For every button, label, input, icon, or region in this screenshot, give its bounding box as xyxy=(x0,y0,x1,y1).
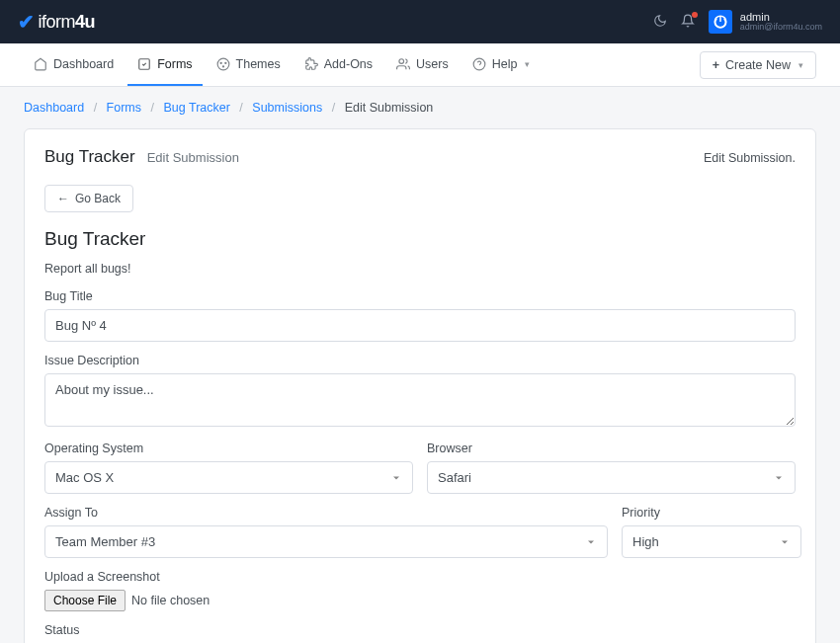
nav-item-dashboard[interactable]: Dashboard xyxy=(24,43,124,86)
priority-label: Priority xyxy=(622,506,801,520)
nav-item-users[interactable]: Users xyxy=(386,43,459,86)
card-title: Bug Tracker xyxy=(44,147,135,167)
svg-point-5 xyxy=(224,62,225,63)
nav-item-help[interactable]: Help ▾ xyxy=(462,43,541,86)
card-header: Bug Tracker Edit Submission Edit Submiss… xyxy=(25,129,815,181)
topbar: ✔ iform4u admin admin@iform4u.com xyxy=(0,0,840,43)
breadcrumb-sep: / xyxy=(332,101,335,115)
nav-label: Forms xyxy=(157,57,192,71)
nav-item-forms[interactable]: Forms xyxy=(127,43,202,86)
form-description: Report all bugs! xyxy=(44,262,796,276)
breadcrumb-link[interactable]: Bug Tracker xyxy=(163,101,229,115)
priority-select[interactable]: High xyxy=(622,525,801,558)
choose-file-button[interactable]: Choose File xyxy=(44,590,126,611)
home-icon xyxy=(34,57,47,71)
svg-point-3 xyxy=(217,58,229,70)
create-new-button[interactable]: + Create New ▾ xyxy=(700,51,816,79)
svg-point-7 xyxy=(399,58,404,63)
bug-title-label: Bug Title xyxy=(44,289,796,303)
help-icon xyxy=(472,57,486,71)
users-icon xyxy=(396,57,410,71)
notifications-icon[interactable] xyxy=(681,14,695,31)
bug-title-input[interactable] xyxy=(44,309,796,342)
breadcrumb: Dashboard / Forms / Bug Tracker / Submis… xyxy=(0,87,840,128)
assign-to-select[interactable]: Team Member #3 xyxy=(44,525,608,558)
nav-item-addons[interactable]: Add-Ons xyxy=(294,43,382,86)
go-back-label: Go Back xyxy=(75,192,121,205)
user-menu[interactable]: admin admin@iform4u.com xyxy=(709,10,822,34)
assign-to-label: Assign To xyxy=(44,506,608,520)
form-title: Bug Tracker xyxy=(44,228,796,250)
breadcrumb-link[interactable]: Submissions xyxy=(252,101,322,115)
issue-description-input[interactable]: About my issue... xyxy=(44,373,796,427)
plus-icon: + xyxy=(713,58,719,72)
browser-label: Browser xyxy=(427,442,796,455)
nav-item-themes[interactable]: Themes xyxy=(207,43,291,86)
nav-label: Add-Ons xyxy=(324,57,373,71)
avatar xyxy=(709,10,732,34)
breadcrumb-sep: / xyxy=(94,101,97,115)
card: Bug Tracker Edit Submission Edit Submiss… xyxy=(24,128,816,643)
main-nav: Dashboard Forms Themes Add-Ons Users Hel… xyxy=(0,43,840,87)
file-status-text: No file chosen xyxy=(131,594,210,607)
arrow-left-icon: ← xyxy=(57,192,69,205)
palette-icon xyxy=(216,57,230,71)
nav-label: Themes xyxy=(236,57,281,71)
create-label: Create New xyxy=(725,58,791,72)
logo-check-icon: ✔ xyxy=(18,10,35,34)
chevron-down-icon: ▾ xyxy=(525,59,530,69)
dark-mode-icon[interactable] xyxy=(653,14,667,31)
operating-system-label: Operating System xyxy=(44,442,413,455)
breadcrumb-link[interactable]: Forms xyxy=(107,101,141,115)
nav-label: Dashboard xyxy=(53,57,114,71)
logo[interactable]: ✔ iform4u xyxy=(18,10,95,34)
breadcrumb-current: Edit Submission xyxy=(345,101,434,115)
nav-items: Dashboard Forms Themes Add-Ons Users Hel… xyxy=(24,43,540,86)
breadcrumb-link[interactable]: Dashboard xyxy=(24,101,84,115)
topbar-right: admin admin@iform4u.com xyxy=(653,10,822,34)
breadcrumb-sep: / xyxy=(239,101,242,115)
user-info: admin admin@iform4u.com xyxy=(740,11,822,33)
form-icon xyxy=(137,57,151,71)
operating-system-select[interactable]: Mac OS X xyxy=(44,461,413,494)
puzzle-icon xyxy=(304,57,318,71)
logo-text: iform4u xyxy=(39,12,96,33)
status-label: Status xyxy=(44,623,796,637)
breadcrumb-sep: / xyxy=(151,101,154,115)
issue-description-label: Issue Description xyxy=(44,354,796,367)
card-body: ← Go Back Bug Tracker Report all bugs! B… xyxy=(25,181,815,643)
card-subtitle: Edit Submission xyxy=(147,150,239,165)
nav-label: Help xyxy=(492,57,518,71)
chevron-down-icon: ▾ xyxy=(798,60,803,70)
go-back-button[interactable]: ← Go Back xyxy=(44,185,133,212)
svg-point-4 xyxy=(220,62,221,63)
nav-label: Users xyxy=(416,57,449,71)
browser-select[interactable]: Safari xyxy=(427,461,796,494)
notification-dot-icon xyxy=(692,12,698,18)
svg-point-6 xyxy=(222,65,223,66)
user-email: admin@iform4u.com xyxy=(740,23,822,33)
card-action-text: Edit Submission. xyxy=(704,151,796,165)
screenshot-label: Upload a Screenshot xyxy=(44,570,796,584)
